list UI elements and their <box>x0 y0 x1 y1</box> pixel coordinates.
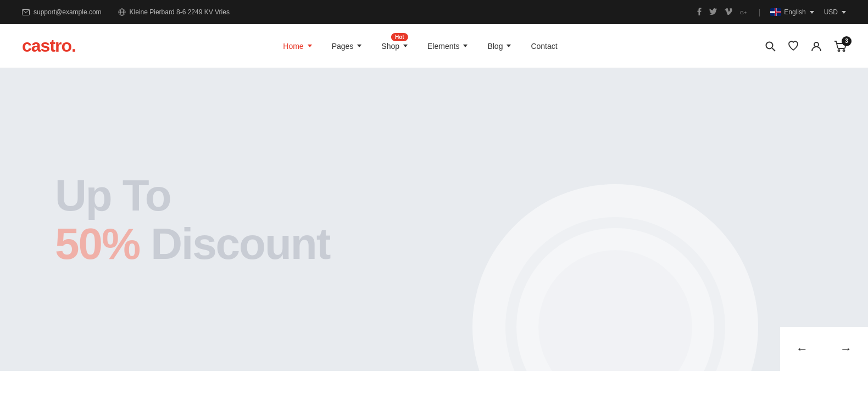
language-label: English <box>784 8 805 16</box>
currency-chevron-icon <box>842 11 846 14</box>
vimeo-icon[interactable] <box>725 8 732 16</box>
address-info: Kleine Pierbard 8-6 2249 KV Vries <box>118 8 230 16</box>
svg-point-5 <box>766 42 773 48</box>
nav-item-contact: Contact <box>521 24 567 68</box>
slider-nav: ← → <box>780 327 868 371</box>
nav-item-elements: Elements <box>418 24 477 68</box>
svg-point-9 <box>843 49 845 51</box>
svg-point-7 <box>814 42 819 47</box>
logo-dot: . <box>71 36 76 56</box>
nav-link-contact[interactable]: Contact <box>531 42 557 51</box>
uk-flag-icon <box>770 8 781 16</box>
logo-text: castro <box>22 36 71 56</box>
envelope-icon <box>22 9 30 15</box>
language-selector[interactable]: English <box>770 8 814 16</box>
currency-label: USD <box>824 8 838 16</box>
shop-chevron-icon <box>403 45 408 47</box>
hero-content: Up To 50% Discount <box>0 139 385 301</box>
svg-text:G+: G+ <box>740 10 747 15</box>
social-icons: G+ <box>697 8 749 17</box>
hero-line2: 50% Discount <box>55 220 330 268</box>
header-icons: 3 <box>765 41 846 52</box>
account-icon[interactable] <box>811 41 822 52</box>
top-bar-left: support@example.com Kleine Pierbard 8-6 … <box>22 8 230 16</box>
twitter-icon[interactable] <box>709 8 717 16</box>
nav-link-shop[interactable]: Shop <box>381 42 408 51</box>
wishlist-icon[interactable] <box>788 41 799 51</box>
nav-item-home: Home <box>273 24 321 68</box>
nav-item-shop: Hot Shop <box>371 24 418 68</box>
email-info: support@example.com <box>22 8 102 16</box>
nav-link-pages[interactable]: Pages <box>332 42 362 51</box>
shop-hot-badge: Hot <box>391 33 408 41</box>
email-text: support@example.com <box>34 8 102 16</box>
slider-prev-button[interactable]: ← <box>780 327 824 371</box>
nav-link-home[interactable]: Home <box>283 42 311 51</box>
language-chevron-icon <box>810 11 814 14</box>
next-arrow-icon: → <box>840 342 852 356</box>
currency-selector[interactable]: USD <box>824 8 846 16</box>
pages-chevron-icon <box>357 45 361 47</box>
googleplus-icon[interactable]: G+ <box>740 8 749 16</box>
cart-icon[interactable]: 3 <box>834 41 846 52</box>
cart-count-badge: 3 <box>842 36 852 46</box>
top-bar-right: G+ | English USD <box>697 8 846 17</box>
hero-percent: 50% <box>55 220 140 268</box>
globe-icon <box>118 8 126 16</box>
hero-discount: Discount <box>151 220 330 268</box>
svg-line-6 <box>772 48 776 51</box>
svg-point-8 <box>838 49 840 51</box>
facebook-icon[interactable] <box>697 8 702 17</box>
elements-chevron-icon <box>463 45 468 47</box>
prev-arrow-icon: ← <box>796 342 808 356</box>
search-icon[interactable] <box>765 41 776 52</box>
home-chevron-icon <box>308 45 312 47</box>
nav-link-elements[interactable]: Elements <box>427 42 468 51</box>
slider-next-button[interactable]: → <box>824 327 868 371</box>
nav-item-pages: Pages <box>322 24 372 68</box>
main-nav: Home Pages Hot Shop Elements <box>273 24 567 68</box>
nav-link-blog[interactable]: Blog <box>487 42 511 51</box>
nav-list: Home Pages Hot Shop Elements <box>273 24 567 68</box>
logo[interactable]: castro. <box>22 36 76 56</box>
blog-chevron-icon <box>507 45 511 47</box>
address-text: Kleine Pierbard 8-6 2249 KV Vries <box>130 8 230 16</box>
hero-line1: Up To <box>55 171 330 220</box>
top-bar: support@example.com Kleine Pierbard 8-6 … <box>0 0 868 24</box>
main-header: castro. Home Pages Hot Shop <box>0 24 868 68</box>
nav-item-blog: Blog <box>477 24 521 68</box>
separator: | <box>759 8 761 16</box>
hero-section: Up To 50% Discount ← → <box>0 68 868 371</box>
